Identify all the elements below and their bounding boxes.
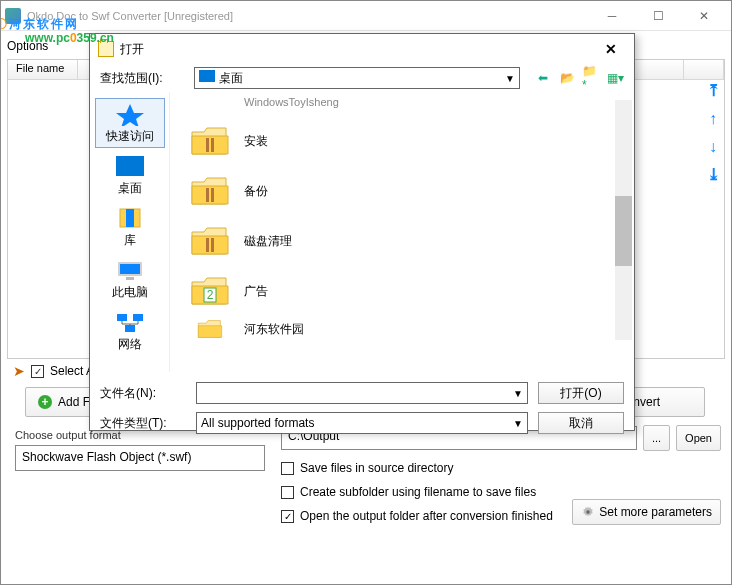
move-top-button[interactable]: ⤒ — [703, 81, 723, 101]
svg-text:2: 2 — [207, 288, 214, 302]
lookin-row: 查找范围(I): 桌面 ▼ ⬅ 📂 📁* ▦▾ — [90, 64, 634, 92]
item-label: 广告 — [244, 283, 268, 300]
opt3-label: Open the output folder after conversion … — [300, 509, 553, 523]
format-select[interactable]: Shockwave Flash Object (*.swf) — [15, 445, 265, 471]
filetype-field[interactable]: All supported formats ▼ — [196, 412, 528, 434]
svg-rect-12 — [211, 138, 214, 152]
place-label: 库 — [124, 232, 136, 249]
dialog-titlebar: 打开 ✕ — [90, 34, 634, 64]
list-item[interactable]: 2 广告 — [174, 266, 630, 316]
svg-rect-10 — [125, 325, 135, 332]
list-item[interactable]: 安装 — [174, 116, 630, 166]
opt1-checkbox[interactable] — [281, 462, 294, 475]
window-title: Okdo Doc to Swf Converter [Unregistered] — [27, 10, 589, 22]
folder-open-icon — [98, 41, 114, 57]
opt2-checkbox[interactable] — [281, 486, 294, 499]
plus-icon: + — [38, 395, 52, 409]
list-item[interactable]: 备份 — [174, 166, 630, 216]
chevron-down-icon: ▼ — [513, 388, 523, 399]
this-pc-icon — [114, 258, 146, 282]
place-libraries[interactable]: 库 — [95, 202, 165, 252]
place-label: 桌面 — [118, 180, 142, 197]
dialog-open-button[interactable]: 打开(O) — [538, 382, 624, 404]
folder-icon: 2 — [190, 274, 230, 308]
chevron-down-icon: ▼ — [505, 73, 515, 84]
file-list-scrollbar[interactable] — [615, 100, 632, 340]
folder-icon — [190, 318, 230, 340]
filename-label: 文件名(N): — [100, 385, 186, 402]
network-icon — [114, 310, 146, 334]
filetype-label: 文件类型(T): — [100, 415, 186, 432]
open-output-button[interactable]: Open — [676, 425, 721, 451]
col-extra2[interactable] — [684, 60, 724, 79]
opt1-label: Save files in source directory — [300, 461, 453, 475]
svg-rect-13 — [206, 188, 209, 202]
item-label: 安装 — [244, 133, 268, 150]
new-folder-button[interactable]: 📁* — [582, 69, 600, 87]
place-quick-access[interactable]: 快速访问 — [95, 98, 165, 148]
place-network[interactable]: 网络 — [95, 306, 165, 356]
gear-icon — [581, 505, 595, 519]
browse-button[interactable]: ... — [643, 425, 670, 451]
lookin-select[interactable]: 桌面 ▼ — [194, 67, 520, 89]
dialog-title: 打开 — [120, 41, 596, 58]
lookin-label: 查找范围(I): — [100, 70, 186, 87]
main-titlebar: Okdo Doc to Swf Converter [Unregistered]… — [1, 1, 731, 31]
chevron-down-icon: ▼ — [513, 418, 523, 429]
filetype-value: All supported formats — [201, 416, 314, 430]
dialog-cancel-button[interactable]: 取消 — [538, 412, 624, 434]
svg-rect-16 — [211, 238, 214, 252]
select-arrow-icon: ➤ — [13, 363, 25, 379]
item-label: 河东软件园 — [244, 321, 304, 338]
format-value: Shockwave Flash Object (*.swf) — [22, 450, 191, 464]
svg-rect-15 — [206, 238, 209, 252]
star-icon — [114, 102, 146, 126]
place-label: 网络 — [118, 336, 142, 353]
place-label: 快速访问 — [106, 128, 154, 145]
list-item[interactable]: WindowsToyIsheng — [174, 96, 630, 116]
col-filename[interactable]: File name — [8, 60, 78, 79]
up-one-level-button[interactable]: 📂 — [558, 69, 576, 87]
move-up-button[interactable]: ↑ — [703, 109, 723, 129]
opt3-checkbox[interactable]: ✓ — [281, 510, 294, 523]
desktop-icon — [199, 70, 215, 82]
select-all-checkbox[interactable]: ✓ — [31, 365, 44, 378]
place-label: 此电脑 — [112, 284, 148, 301]
options-label[interactable]: Options — [7, 39, 48, 53]
svg-rect-14 — [211, 188, 214, 202]
list-item[interactable]: 磁盘清理 — [174, 216, 630, 266]
lookin-value: 桌面 — [219, 71, 243, 85]
back-button[interactable]: ⬅ — [534, 69, 552, 87]
svg-rect-11 — [206, 138, 209, 152]
minimize-button[interactable]: ─ — [589, 1, 635, 31]
libraries-icon — [114, 206, 146, 230]
close-button[interactable]: ✕ — [681, 1, 727, 31]
more-params-label: Set more parameters — [599, 505, 712, 519]
folder-icon — [190, 174, 230, 208]
place-desktop[interactable]: 桌面 — [95, 150, 165, 200]
svg-marker-1 — [116, 104, 144, 126]
place-this-pc[interactable]: 此电脑 — [95, 254, 165, 304]
svg-rect-8 — [117, 314, 127, 321]
app-icon — [5, 8, 21, 24]
dialog-close-button[interactable]: ✕ — [596, 41, 626, 57]
svg-rect-2 — [116, 156, 144, 176]
maximize-button[interactable]: ☐ — [635, 1, 681, 31]
set-more-parameters-button[interactable]: Set more parameters — [572, 499, 721, 525]
dialog-bottom: 文件名(N): ▼ 打开(O) 文件类型(T): All supported f… — [90, 372, 634, 444]
folder-icon — [190, 124, 230, 158]
item-label: 磁盘清理 — [244, 233, 292, 250]
places-bar: 快速访问 桌面 库 此电脑 网络 — [90, 92, 170, 372]
scrollbar-thumb[interactable] — [615, 196, 632, 266]
svg-rect-7 — [126, 277, 134, 280]
file-list[interactable]: WindowsToyIsheng 安装 备份 磁盘清理 2 广告 河东软件园 — [170, 92, 634, 372]
svg-rect-6 — [120, 264, 140, 274]
view-menu-button[interactable]: ▦▾ — [606, 69, 624, 87]
list-item[interactable]: 河东软件园 — [174, 316, 630, 342]
desktop-icon — [114, 154, 146, 178]
select-all-row: ➤ ✓ Select All — [13, 363, 99, 379]
move-down-button[interactable]: ↓ — [703, 137, 723, 157]
svg-rect-4 — [126, 209, 134, 227]
filename-field[interactable]: ▼ — [196, 382, 528, 404]
move-bottom-button[interactable]: ⤓ — [703, 165, 723, 185]
